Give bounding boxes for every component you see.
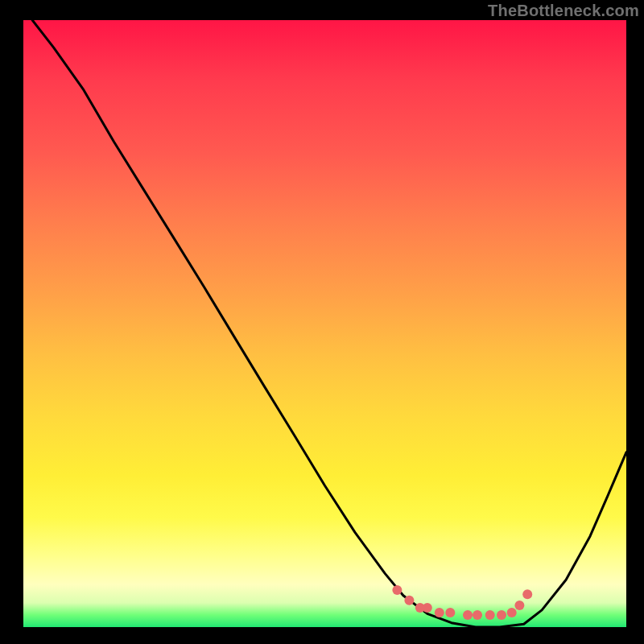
highlight-dot [435, 608, 444, 617]
highlight-dot [473, 610, 482, 620]
curve-svg [23, 20, 626, 627]
highlight-dot [463, 610, 473, 620]
highlight-dot [507, 608, 517, 617]
highlight-dot [522, 589, 532, 599]
plot-area [23, 20, 626, 627]
highlight-dot [423, 603, 432, 613]
highlight-dot [445, 608, 455, 617]
highlight-dot [392, 585, 402, 595]
highlight-dot [404, 596, 414, 605]
highlight-dot [497, 610, 506, 620]
highlight-dot [514, 601, 524, 610]
chart-container: TheBottleneck.com [0, 0, 644, 644]
highlight-dot [485, 610, 495, 620]
main-curve [32, 20, 626, 627]
watermark-text: TheBottleneck.com [488, 2, 639, 20]
highlight-dots [392, 585, 532, 620]
